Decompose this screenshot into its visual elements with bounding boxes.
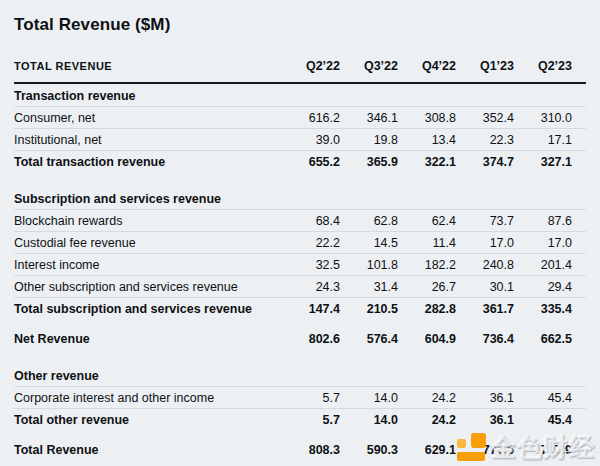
table-row: Institutional, net39.019.813.422.317.1 xyxy=(14,129,586,151)
value-cell: 24.2 xyxy=(398,391,456,405)
value-cell: 19.8 xyxy=(340,133,398,147)
value-cell: 182.2 xyxy=(398,258,456,272)
value-cell: 36.1 xyxy=(456,413,514,427)
value-cell: 590.3 xyxy=(340,443,398,457)
table-row: Custodial fee revenue22.214.511.417.017.… xyxy=(14,232,586,254)
section-header-row: Transaction revenue xyxy=(14,86,586,107)
row-label: Blockchain rewards xyxy=(14,214,282,228)
section-header-row: Subscription and services revenue xyxy=(14,189,586,210)
row-label: Other revenue xyxy=(14,369,586,383)
value-cell: 73.7 xyxy=(456,214,514,228)
value-cell: 736.4 xyxy=(456,332,514,346)
value-cell: 240.8 xyxy=(456,258,514,272)
value-cell: 616.2 xyxy=(282,111,340,125)
value-cell: 14.0 xyxy=(340,391,398,405)
value-cell: 346.1 xyxy=(340,111,398,125)
column-header: Q4’22 xyxy=(398,59,456,73)
row-label: Total Revenue xyxy=(14,443,282,457)
column-header: Q2’22 xyxy=(282,59,340,73)
table-row: Total Revenue808.3590.3629.1772.5707.9 xyxy=(14,439,586,461)
value-cell: 604.9 xyxy=(398,332,456,346)
value-cell: 308.8 xyxy=(398,111,456,125)
row-label: Corporate interest and other income xyxy=(14,391,282,405)
value-cell: 365.9 xyxy=(340,155,398,169)
value-cell: 327.1 xyxy=(514,155,572,169)
value-cell: 772.5 xyxy=(456,443,514,457)
row-label: Custodial fee revenue xyxy=(14,236,282,250)
value-cell: 22.3 xyxy=(456,133,514,147)
value-cell: 101.8 xyxy=(340,258,398,272)
table-row: Consumer, net616.2346.1308.8352.4310.0 xyxy=(14,107,586,129)
table-row: Total subscription and services revenue1… xyxy=(14,298,586,320)
revenue-report-page: Total Revenue ($M) TOTAL REVENUE Q2’22 Q… xyxy=(0,0,600,461)
value-cell: 335.4 xyxy=(514,302,572,316)
value-cell: 802.6 xyxy=(282,332,340,346)
value-cell: 17.1 xyxy=(514,133,572,147)
value-cell: 662.5 xyxy=(514,332,572,346)
row-label: Interest income xyxy=(14,258,282,272)
table-row: Other subscription and services revenue2… xyxy=(14,276,586,298)
value-cell: 352.4 xyxy=(456,111,514,125)
value-cell: 655.2 xyxy=(282,155,340,169)
table-body: Transaction revenueConsumer, net616.2346… xyxy=(14,86,586,461)
row-label: Consumer, net xyxy=(14,111,282,125)
value-cell: 576.4 xyxy=(340,332,398,346)
value-cell: 22.2 xyxy=(282,236,340,250)
row-label: Net Revenue xyxy=(14,332,282,346)
value-cell: 62.4 xyxy=(398,214,456,228)
column-header: Q1’23 xyxy=(456,59,514,73)
table-header-row: TOTAL REVENUE Q2’22 Q3’22 Q4’22 Q1’23 Q2… xyxy=(14,59,586,84)
value-cell: 201.4 xyxy=(514,258,572,272)
value-cell: 39.0 xyxy=(282,133,340,147)
row-label: Transaction revenue xyxy=(14,89,586,103)
value-cell: 30.1 xyxy=(456,280,514,294)
page-title: Total Revenue ($M) xyxy=(14,15,586,35)
value-cell: 24.3 xyxy=(282,280,340,294)
value-cell: 29.4 xyxy=(514,280,572,294)
column-header: Q3’22 xyxy=(340,59,398,73)
value-cell: 5.7 xyxy=(282,391,340,405)
value-cell: 32.5 xyxy=(282,258,340,272)
value-cell: 322.1 xyxy=(398,155,456,169)
value-cell: 5.7 xyxy=(282,413,340,427)
value-cell: 147.4 xyxy=(282,302,340,316)
row-label: Total subscription and services revenue xyxy=(14,302,282,316)
value-cell: 14.5 xyxy=(340,236,398,250)
table-row: Total other revenue5.714.024.236.145.4 xyxy=(14,409,586,431)
value-cell: 17.0 xyxy=(514,236,572,250)
section-header-row: Other revenue xyxy=(14,366,586,387)
value-cell: 13.4 xyxy=(398,133,456,147)
row-label: Subscription and services revenue xyxy=(14,192,586,206)
value-cell: 26.7 xyxy=(398,280,456,294)
row-label: Total other revenue xyxy=(14,413,282,427)
value-cell: 45.4 xyxy=(514,391,572,405)
table-header-label: TOTAL REVENUE xyxy=(14,60,282,72)
value-cell: 14.0 xyxy=(340,413,398,427)
value-cell: 36.1 xyxy=(456,391,514,405)
table-row: Net Revenue802.6576.4604.9736.4662.5 xyxy=(14,328,586,350)
value-cell: 808.3 xyxy=(282,443,340,457)
row-label: Other subscription and services revenue xyxy=(14,280,282,294)
value-cell: 310.0 xyxy=(514,111,572,125)
table-row: Interest income32.5101.8182.2240.8201.4 xyxy=(14,254,586,276)
table-row: Blockchain rewards68.462.862.473.787.6 xyxy=(14,210,586,232)
value-cell: 361.7 xyxy=(456,302,514,316)
value-cell: 62.8 xyxy=(340,214,398,228)
value-cell: 17.0 xyxy=(456,236,514,250)
value-cell: 24.2 xyxy=(398,413,456,427)
value-cell: 68.4 xyxy=(282,214,340,228)
value-cell: 629.1 xyxy=(398,443,456,457)
value-cell: 11.4 xyxy=(398,236,456,250)
value-cell: 374.7 xyxy=(456,155,514,169)
value-cell: 87.6 xyxy=(514,214,572,228)
value-cell: 210.5 xyxy=(340,302,398,316)
value-cell: 707.9 xyxy=(514,443,572,457)
value-cell: 282.8 xyxy=(398,302,456,316)
row-label: Institutional, net xyxy=(14,133,282,147)
value-cell: 45.4 xyxy=(514,413,572,427)
row-label: Total transaction revenue xyxy=(14,155,282,169)
column-header: Q2’23 xyxy=(514,59,572,73)
table-row: Corporate interest and other income5.714… xyxy=(14,387,586,409)
table-row: Total transaction revenue655.2365.9322.1… xyxy=(14,151,586,173)
value-cell: 31.4 xyxy=(340,280,398,294)
